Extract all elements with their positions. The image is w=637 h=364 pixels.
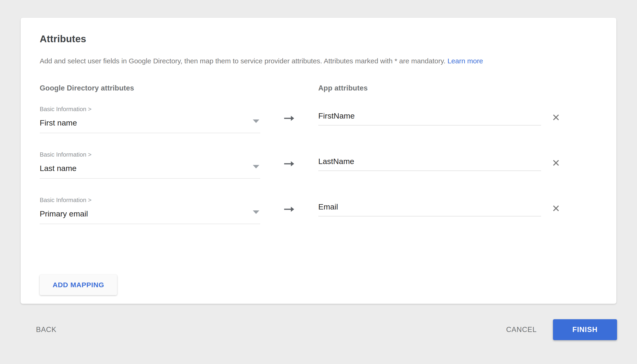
add-mapping-button[interactable]: ADD MAPPING (40, 275, 117, 295)
attribute-category-label: Basic Information > (40, 105, 260, 113)
mapping-rows: Basic Information > First name (40, 105, 597, 224)
finish-button[interactable]: FINISH (553, 319, 617, 340)
remove-mapping-button[interactable] (551, 158, 561, 168)
app-attribute-input[interactable] (318, 111, 541, 126)
google-attribute-value: First name (40, 118, 77, 127)
arrow-right-icon (284, 160, 295, 167)
google-attribute-value: Last name (40, 164, 77, 173)
column-headers: Google Directory attributes App attribut… (40, 84, 597, 92)
app-attributes-header: App attributes (318, 84, 541, 92)
arrow-right-icon (284, 206, 295, 212)
app-attribute-input[interactable] (318, 157, 541, 171)
arrow-right-icon (284, 115, 295, 122)
close-icon (552, 159, 560, 167)
attribute-category-label: Basic Information > (40, 196, 260, 204)
google-attribute-select-first-name[interactable]: Basic Information > First name (40, 105, 260, 133)
learn-more-link[interactable]: Learn more (447, 57, 483, 65)
page-title: Attributes (40, 34, 597, 44)
wizard-footer: BACK CANCEL FINISH (36, 318, 617, 341)
remove-mapping-button[interactable] (551, 112, 561, 122)
google-attribute-select-primary-email[interactable]: Basic Information > Primary email (40, 196, 260, 224)
chevron-down-icon (253, 165, 259, 168)
mapping-row-first-name: Basic Information > First name (40, 105, 597, 133)
google-attribute-select-last-name[interactable]: Basic Information > Last name (40, 151, 260, 179)
mapping-row-last-name: Basic Information > Last name (40, 151, 597, 179)
description-body: Add and select user fields in Google Dir… (40, 57, 445, 65)
google-attribute-value: Primary email (40, 209, 88, 218)
chevron-down-icon (253, 120, 259, 123)
close-icon (552, 204, 560, 212)
chevron-down-icon (253, 210, 259, 214)
remove-mapping-button[interactable] (551, 203, 561, 214)
attributes-card: Attributes Add and select user fields in… (21, 18, 616, 304)
mapping-row-primary-email: Basic Information > Primary email (40, 196, 597, 224)
google-directory-attributes-header: Google Directory attributes (40, 84, 260, 92)
back-button[interactable]: BACK (36, 326, 57, 334)
attribute-category-label: Basic Information > (40, 151, 260, 158)
close-icon (552, 113, 560, 122)
cancel-button[interactable]: CANCEL (506, 326, 537, 334)
description-text: Add and select user fields in Google Dir… (40, 56, 597, 66)
app-attribute-input[interactable] (318, 202, 541, 216)
